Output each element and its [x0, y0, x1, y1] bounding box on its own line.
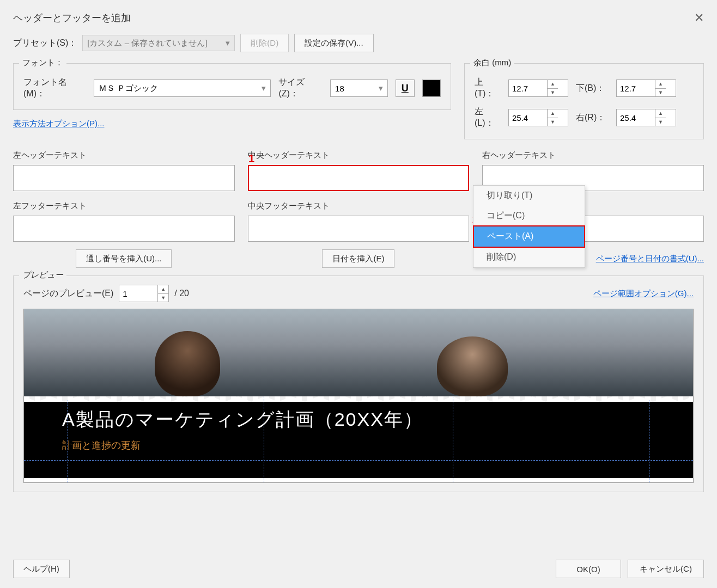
preset-row: プリセット(S)： [カスタム – 保存されていません] ▾ 削除(D) 設定の…: [13, 34, 704, 52]
down-arrow-icon[interactable]: ▼: [548, 89, 558, 97]
up-arrow-icon[interactable]: ▲: [158, 285, 168, 294]
font-column: フォント： フォント名(M)： ＭＳ Ｐゴシック ▾ サイズ(Z)： 18 ▾ …: [13, 59, 451, 139]
down-arrow-icon[interactable]: ▼: [655, 118, 666, 126]
header-footer-section: 1 左ヘッダーテキスト 中央ヘッダーテキスト 右ヘッダーテキスト 左フッターテキ…: [13, 150, 704, 268]
margin-right-spinner[interactable]: ▲▼: [616, 109, 676, 126]
margin-top-input[interactable]: [509, 80, 547, 96]
margin-bottom-input[interactable]: [617, 80, 655, 96]
context-menu: 切り取り(T) コピー(C) ペースト(A) 削除(D): [473, 185, 585, 268]
dialog-title: ヘッダーとフッターを追加: [13, 11, 131, 24]
preset-value: [カスタム – 保存されていません]: [87, 38, 207, 48]
ok-button[interactable]: OK(O): [556, 560, 621, 578]
left-header-label: 左ヘッダーテキスト: [13, 150, 235, 161]
center-footer-label: 中央フッターテキスト: [248, 201, 470, 211]
text-color-swatch[interactable]: [422, 79, 441, 97]
margin-left-label: 左(L)：: [475, 106, 501, 129]
font-name-value: ＭＳ Ｐゴシック: [99, 83, 158, 94]
preview-image-top: [24, 309, 693, 396]
callout-1: 1: [248, 152, 254, 165]
up-arrow-icon[interactable]: ▲: [655, 109, 666, 118]
margin-right-label: 右(R)：: [576, 112, 609, 124]
up-arrow-icon[interactable]: ▲: [548, 80, 558, 89]
context-menu-delete[interactable]: 削除(D): [473, 247, 585, 267]
margin-top-label: 上(T)：: [475, 77, 501, 100]
context-menu-cut[interactable]: 切り取り(T): [473, 186, 585, 206]
help-button[interactable]: ヘルプ(H): [13, 560, 70, 578]
up-arrow-icon[interactable]: ▲: [655, 80, 666, 89]
page-preview-label: ページのプレビュー(E): [23, 288, 113, 299]
context-menu-paste[interactable]: ペースト(A): [473, 225, 585, 248]
font-group: フォント： フォント名(M)： ＭＳ Ｐゴシック ▾ サイズ(Z)： 18 ▾ …: [13, 63, 451, 110]
center-footer-input[interactable]: [248, 216, 470, 242]
chevron-down-icon: ▾: [262, 83, 266, 93]
preset-combo[interactable]: [カスタム – 保存されていません] ▾: [82, 35, 235, 51]
center-header-input[interactable]: [248, 165, 470, 191]
left-header-input[interactable]: [13, 165, 235, 191]
preview-black-band: A製品のマーケティング計画（20XX年） 計画と進捗の更新: [24, 402, 693, 478]
page-preview-input[interactable]: [119, 285, 157, 302]
cancel-button[interactable]: キャンセル(C): [628, 560, 704, 578]
left-footer-label: 左フッターテキスト: [13, 201, 235, 211]
margin-left-input[interactable]: [509, 109, 547, 126]
preview-canvas: A製品のマーケティング計画（20XX年） 計画と進捗の更新: [23, 309, 694, 483]
save-settings-button[interactable]: 設定の保存(V)...: [294, 34, 374, 52]
preview-group: プレビュー ページのプレビュー(E) ▲▼ / 20 ページ範囲オプション(G)…: [13, 275, 704, 492]
page-range-options-link[interactable]: ページ範囲オプション(G)...: [593, 289, 694, 299]
left-footer-input[interactable]: [13, 216, 235, 242]
top-area: フォント： フォント名(M)： ＭＳ Ｐゴシック ▾ サイズ(Z)： 18 ▾ …: [13, 59, 704, 139]
right-header-label: 右ヘッダーテキスト: [482, 150, 704, 161]
down-arrow-icon[interactable]: ▼: [655, 89, 666, 97]
page-number-date-format-link[interactable]: ページ番号と日付の書式(U)...: [596, 254, 704, 264]
font-name-combo[interactable]: ＭＳ Ｐゴシック ▾: [94, 79, 271, 97]
page-total: / 20: [174, 289, 189, 298]
margin-bottom-label: 下(B)：: [576, 83, 609, 94]
down-arrow-icon[interactable]: ▼: [548, 118, 558, 126]
insert-date-button[interactable]: 日付を挿入(E): [322, 249, 394, 268]
preview-group-title: プレビュー: [19, 270, 66, 280]
up-arrow-icon[interactable]: ▲: [548, 109, 558, 118]
center-header-label: 中央ヘッダーテキスト: [248, 150, 470, 161]
add-header-footer-dialog: ヘッダーとフッターを追加 ✕ プリセット(S)： [カスタム – 保存されていま…: [0, 0, 717, 588]
preview-subtitle-text: 計画と進捗の更新: [62, 439, 655, 452]
delete-preset-button[interactable]: 削除(D): [240, 34, 289, 52]
font-size-label: サイズ(Z)：: [278, 77, 323, 100]
close-icon[interactable]: ✕: [694, 11, 704, 25]
underline-button[interactable]: U: [396, 79, 415, 97]
margin-left-spinner[interactable]: ▲▼: [508, 109, 568, 126]
margin-group: 余白 (mm) 上(T)： ▲▼ 下(B)： ▲▼ 左(L)： ▲▼ 右(R)：: [464, 63, 704, 139]
margin-group-title: 余白 (mm): [470, 58, 514, 68]
margin-right-input[interactable]: [617, 109, 655, 126]
insert-page-number-button[interactable]: 通し番号を挿入(U)...: [76, 249, 172, 268]
preset-label: プリセット(S)：: [13, 38, 77, 49]
title-bar: ヘッダーとフッターを追加 ✕: [13, 9, 704, 34]
font-size-value: 18: [335, 84, 344, 93]
font-size-combo[interactable]: 18 ▾: [330, 79, 388, 97]
font-group-title: フォント：: [19, 58, 66, 68]
display-options-link[interactable]: 表示方法オプション(P)...: [13, 119, 105, 128]
margin-top-spinner[interactable]: ▲▼: [508, 79, 568, 97]
margin-bottom-spinner[interactable]: ▲▼: [616, 79, 676, 97]
chevron-down-icon: ▾: [379, 83, 383, 93]
page-preview-spinner[interactable]: ▲▼: [119, 285, 169, 302]
font-name-label: フォント名(M)：: [23, 77, 86, 100]
chevron-down-icon: ▾: [220, 38, 230, 48]
context-menu-copy[interactable]: コピー(C): [473, 206, 585, 226]
preview-title-text: A製品のマーケティング計画（20XX年）: [62, 407, 655, 432]
dialog-button-bar: ヘルプ(H) OK(O) キャンセル(C): [13, 560, 704, 578]
down-arrow-icon[interactable]: ▼: [158, 294, 168, 302]
